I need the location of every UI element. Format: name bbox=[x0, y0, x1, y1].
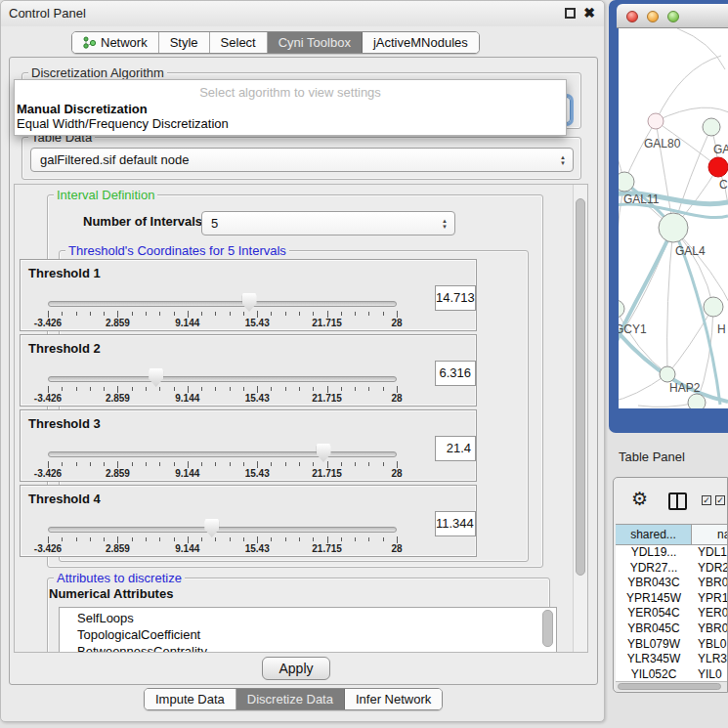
slider-track[interactable] bbox=[48, 376, 397, 382]
slider-tick bbox=[230, 387, 231, 391]
slider-tick bbox=[132, 312, 133, 316]
network-node-green[interactable] bbox=[660, 366, 675, 382]
slider-tick bbox=[368, 462, 369, 466]
slider-tick bbox=[48, 461, 49, 468]
tab-discretize-data[interactable]: Discretize Data bbox=[236, 689, 345, 709]
table-row[interactable]: YDL19...YDL1 bbox=[616, 545, 728, 561]
network-edge[interactable] bbox=[667, 228, 673, 374]
slider-tick bbox=[62, 312, 63, 316]
slider-tick bbox=[285, 387, 286, 391]
table-row[interactable]: YIL052CYIL0 bbox=[616, 667, 728, 681]
network-canvas[interactable]: GAL80GACGAL11GAL4GCY1HHAP2 bbox=[619, 28, 728, 408]
slider-track[interactable] bbox=[48, 527, 397, 533]
slider-tick bbox=[132, 537, 133, 541]
mac-close-icon[interactable] bbox=[626, 11, 638, 22]
slider-tick bbox=[188, 386, 189, 393]
slider-tick bbox=[383, 312, 384, 316]
viewport-scrollbar-thumb[interactable] bbox=[576, 198, 585, 576]
table-hscroll-thumb[interactable] bbox=[618, 683, 721, 690]
slider-tick bbox=[90, 462, 91, 466]
table-data-group: Table Data galFiltered.sif default node … bbox=[21, 137, 581, 180]
algorithm-options-list: Manual DiscretizationEqual Width/Frequen… bbox=[15, 102, 566, 131]
tab-select[interactable]: Select bbox=[210, 32, 268, 53]
network-graph: GAL80GACGAL11GAL4GCY1HHAP2 bbox=[619, 28, 728, 408]
tab-impute-data[interactable]: Impute Data bbox=[145, 689, 236, 709]
tab-label: Discretize Data bbox=[247, 692, 333, 707]
slider-thumb[interactable] bbox=[242, 293, 257, 312]
table-data-combobox[interactable]: galFiltered.sif default node ▲▼ bbox=[30, 148, 574, 172]
threshold-value-field[interactable]: 6.316 bbox=[435, 361, 476, 386]
gear-icon[interactable]: ⚙ bbox=[631, 488, 648, 510]
checkbox-icon[interactable]: ✓ bbox=[715, 495, 725, 505]
table-row[interactable]: YBR045CYBR0 bbox=[616, 621, 728, 637]
table-row[interactable]: YBL079WYBL0 bbox=[616, 637, 728, 653]
tab-jactivemnodules[interactable]: jActiveMNodules bbox=[363, 32, 479, 53]
close-icon[interactable]: ✖ bbox=[583, 5, 595, 21]
slider-track[interactable] bbox=[48, 451, 397, 457]
slider-tick bbox=[201, 312, 202, 316]
cell-name: YIL0 bbox=[692, 667, 728, 681]
attribute-item-betweennesscentrality[interactable]: BetweennessCentrality bbox=[77, 643, 556, 653]
viewport-scrollbar-track[interactable] bbox=[573, 185, 587, 652]
slider-thumb[interactable] bbox=[317, 444, 331, 462]
tab-infer-network[interactable]: Infer Network bbox=[345, 689, 442, 709]
table-row[interactable]: YLR345WYLR3 bbox=[616, 652, 728, 667]
mac-minimize-icon[interactable] bbox=[647, 11, 659, 22]
network-node-green[interactable] bbox=[659, 213, 688, 242]
slider-tick bbox=[159, 387, 160, 391]
algorithm-dropdown-popup: Select algorithm to view settings Manual… bbox=[14, 79, 567, 136]
algorithm-option-manual-discretization[interactable]: Manual Discretization bbox=[15, 102, 566, 116]
network-node-green[interactable] bbox=[703, 118, 720, 136]
attributes-list-scrollbar[interactable] bbox=[542, 610, 553, 647]
slider-tick bbox=[368, 537, 369, 541]
network-node-pink[interactable] bbox=[648, 113, 664, 129]
slider-tick bbox=[174, 537, 175, 541]
table-row[interactable]: YPR145WYPR1 bbox=[616, 591, 728, 607]
network-node-green[interactable] bbox=[704, 297, 723, 317]
network-edge[interactable] bbox=[667, 307, 713, 374]
algorithm-option-equal-width-frequency-discretization[interactable]: Equal Width/Frequency Discretization bbox=[15, 116, 566, 131]
slider-thumb[interactable] bbox=[204, 519, 219, 537]
slider-tick bbox=[355, 312, 356, 316]
network-node-green[interactable] bbox=[688, 394, 706, 408]
table-row[interactable]: YBR043CYBR0 bbox=[616, 576, 728, 591]
apply-button[interactable]: Apply bbox=[262, 657, 330, 680]
numerical-attributes-list[interactable]: SelfLoopsTopologicalCoefficientBetweenne… bbox=[59, 607, 557, 653]
slider-thumb[interactable] bbox=[149, 368, 163, 387]
group-title-interval-definition: Interval Definition bbox=[54, 188, 157, 202]
network-edge[interactable] bbox=[656, 56, 721, 121]
checkbox-icon[interactable]: ✓ bbox=[702, 495, 711, 505]
network-node-green[interactable] bbox=[619, 172, 634, 192]
slider-tick bbox=[201, 387, 202, 391]
mac-zoom-icon[interactable] bbox=[667, 11, 679, 22]
attribute-item-topologicalcoefficient[interactable]: TopologicalCoefficient bbox=[77, 626, 556, 643]
group-title-attributes: Attributes to discretize bbox=[54, 571, 185, 585]
table-row[interactable]: YER054CYER0 bbox=[616, 606, 728, 621]
slider-tick bbox=[146, 387, 147, 391]
threshold-value-field[interactable]: 11.344 bbox=[435, 511, 476, 536]
float-window-icon[interactable] bbox=[565, 8, 576, 19]
network-edge[interactable] bbox=[677, 28, 725, 69]
network-node-green[interactable] bbox=[619, 300, 624, 318]
tab-network[interactable]: Network bbox=[72, 32, 159, 53]
node-label-c: C bbox=[719, 178, 728, 192]
network-edge[interactable] bbox=[619, 107, 624, 182]
threshold-value-field[interactable]: 21.4 bbox=[435, 436, 476, 461]
slider-tick bbox=[230, 312, 231, 316]
network-edge[interactable] bbox=[619, 374, 667, 402]
column-header-shared-name[interactable]: shared... bbox=[616, 525, 692, 544]
column-header-name[interactable]: na bbox=[692, 525, 728, 544]
threshold-value-field[interactable]: 14.713 bbox=[435, 285, 476, 311]
split-view-icon[interactable] bbox=[668, 492, 687, 510]
network-node-red[interactable] bbox=[708, 157, 728, 177]
tab-cyni-toolbox[interactable]: Cyni Toolbox bbox=[268, 32, 363, 53]
table-horizontal-scrollbar[interactable] bbox=[616, 681, 728, 691]
table-row[interactable]: YDR27...YDR2 bbox=[616, 561, 728, 577]
attribute-item-selfloops[interactable]: SelfLoops bbox=[77, 610, 556, 626]
tab-style[interactable]: Style bbox=[159, 32, 210, 53]
cell-shared-name: YER054C bbox=[616, 606, 692, 621]
algorithm-placeholder: Select algorithm to view settings bbox=[15, 85, 566, 100]
network-edge[interactable] bbox=[656, 107, 728, 121]
slider-track[interactable] bbox=[48, 301, 397, 307]
number-of-intervals-combobox[interactable]: 5 ▲▼ bbox=[201, 211, 455, 236]
